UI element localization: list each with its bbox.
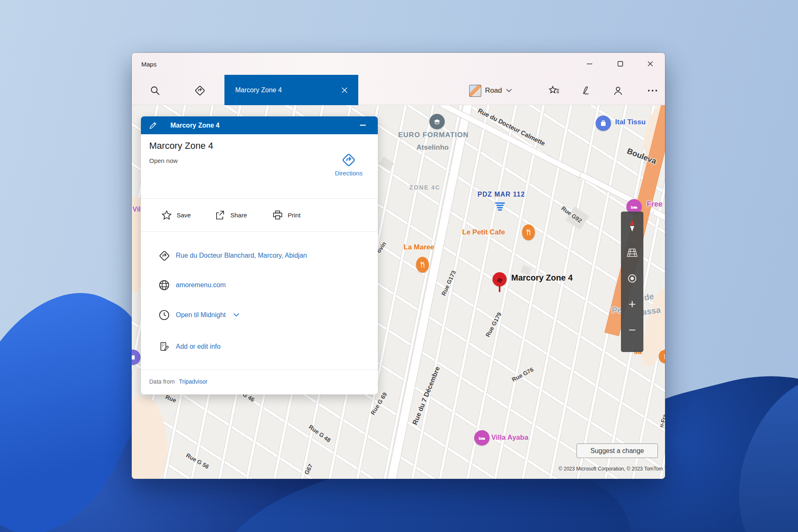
shop-poi-icon[interactable] bbox=[596, 116, 611, 131]
road-rue-du-7-decembre bbox=[387, 105, 473, 479]
map-label-rue-g69: Rue G 69 bbox=[369, 391, 388, 416]
place-details-panel: Marcory Zone 4 Marcory Zone 4 Open now D… bbox=[141, 116, 378, 394]
minimize-button[interactable] bbox=[580, 56, 599, 71]
data-from-label: Data from bbox=[149, 378, 175, 385]
tab-close-icon[interactable] bbox=[336, 75, 353, 105]
wallpaper-bloom-petal bbox=[717, 360, 798, 532]
website-row[interactable]: amoremenu.com bbox=[141, 275, 378, 296]
print-icon bbox=[273, 210, 283, 220]
pin-speckle bbox=[498, 278, 500, 280]
map-label-villa-ayaba: Villa Ayaba bbox=[491, 433, 528, 442]
map-controls-panel: + − bbox=[621, 212, 643, 352]
map-copyright: © 2023 Microsoft Corporation, © 2023 Tom… bbox=[559, 466, 663, 472]
print-label: Print bbox=[288, 212, 300, 219]
hours-row[interactable]: Open til Midnight bbox=[141, 305, 378, 325]
favorites-icon[interactable] bbox=[545, 81, 563, 100]
map-label-franklin: n-Fra bbox=[658, 414, 665, 428]
map-label-rue-g56: Rue G 56 bbox=[185, 452, 210, 470]
map-label-area-de: de bbox=[643, 291, 655, 303]
map-label-free: Free bbox=[647, 200, 663, 209]
panel-collapse-icon[interactable] bbox=[355, 116, 371, 134]
map-label-la-maree: La Maree bbox=[404, 243, 434, 251]
maps-window: ↓ ↓ EURO FORMATION Atselinho Rue du Doct… bbox=[132, 53, 665, 479]
panel-header-title: Marcory Zone 4 bbox=[170, 122, 219, 129]
map-label-rue-g179: Rue G179 bbox=[484, 311, 502, 338]
save-label: Save bbox=[177, 212, 191, 219]
zoom-in-button[interactable]: + bbox=[621, 291, 643, 317]
poi-icon-clipped[interactable] bbox=[132, 350, 140, 365]
add-edit-row[interactable]: Add or edit info bbox=[141, 336, 378, 357]
chevron-down-icon bbox=[506, 89, 512, 93]
pin-stem bbox=[499, 286, 500, 292]
share-icon bbox=[215, 210, 225, 220]
save-button[interactable]: Save bbox=[162, 210, 191, 220]
school-poi-icon[interactable] bbox=[429, 114, 445, 129]
restaurant-poi-icon[interactable] bbox=[522, 224, 535, 240]
hours-chevron-down-icon[interactable] bbox=[233, 313, 239, 317]
map-label-rue-g76: Rue G76 bbox=[511, 366, 535, 383]
directions-icon[interactable] bbox=[191, 81, 209, 100]
search-icon[interactable] bbox=[146, 81, 164, 100]
map-style-label: Road bbox=[485, 86, 502, 95]
place-open-status: Open now bbox=[149, 157, 177, 164]
panel-header[interactable]: Marcory Zone 4 bbox=[141, 116, 378, 134]
maximize-button[interactable] bbox=[611, 56, 630, 71]
hours-link[interactable]: Open til Midnight bbox=[176, 311, 226, 319]
tab-marcory-zone-4[interactable]: Marcory Zone 4 bbox=[224, 75, 358, 105]
directions-button[interactable]: Directions bbox=[330, 153, 367, 183]
website-link[interactable]: amoremenu.com bbox=[176, 281, 226, 289]
share-button[interactable]: Share bbox=[215, 210, 247, 220]
map-label-pdz-mar-112: PDZ MAR 112 bbox=[478, 191, 525, 198]
globe-icon bbox=[158, 280, 170, 291]
ellipsis-dots bbox=[648, 90, 650, 91]
map-pin-label: Marcory Zone 4 bbox=[511, 273, 573, 283]
map-label-area-pe: Pe bbox=[612, 305, 622, 315]
address-diamond-icon bbox=[158, 250, 170, 261]
divider bbox=[141, 232, 378, 232]
close-button[interactable] bbox=[640, 56, 660, 71]
compass-button[interactable] bbox=[621, 212, 643, 240]
action-row: Save Share Print bbox=[141, 199, 378, 232]
add-edit-link[interactable]: Add or edit info bbox=[176, 343, 221, 350]
tripadvisor-link[interactable]: Tripadvisor bbox=[179, 378, 207, 385]
locate-me-button[interactable] bbox=[621, 266, 643, 291]
map-label-atselinho: Atselinho bbox=[416, 143, 448, 152]
title-and-toolbar: Maps Marcory Zone 4 Road bbox=[132, 53, 665, 105]
map-label-le-petit-cafe: Le Petit Cafe bbox=[462, 228, 505, 236]
map-label-vil: Vil bbox=[133, 206, 140, 213]
map-label-rue-g173: Rue G173 bbox=[440, 269, 457, 297]
map-style-selector[interactable]: Road bbox=[469, 81, 512, 100]
directions-diamond-icon bbox=[342, 153, 356, 167]
directions-label: Directions bbox=[335, 170, 363, 177]
map-label-rue-g48: Rue G 48 bbox=[308, 424, 332, 444]
hotel-poi-icon[interactable] bbox=[474, 430, 490, 446]
edit-pencil-icon[interactable] bbox=[149, 122, 157, 129]
map-building bbox=[379, 157, 394, 171]
clock-icon bbox=[158, 310, 170, 320]
panel-footer: Data fromTripadvisor bbox=[149, 378, 207, 385]
print-button[interactable]: Print bbox=[273, 210, 300, 220]
ink-pen-icon[interactable] bbox=[577, 81, 596, 100]
divider bbox=[141, 369, 378, 370]
address-link[interactable]: Rue du Docteur Blanchard, Marcory, Abidj… bbox=[176, 252, 307, 259]
window-title: Maps bbox=[141, 61, 157, 68]
map-label-ital-tissu: Ital Tissu bbox=[615, 118, 645, 126]
suggest-a-change-button[interactable]: Suggest a change bbox=[576, 443, 658, 458]
address-row[interactable]: Rue du Docteur Blanchard, Marcory, Abidj… bbox=[141, 245, 378, 266]
restaurant-poi-icon[interactable] bbox=[416, 257, 429, 273]
map-label-g67: G67 bbox=[303, 463, 314, 476]
tilt-3d-grid-button[interactable] bbox=[621, 240, 643, 266]
tab-label: Marcory Zone 4 bbox=[235, 86, 282, 94]
map-label-rue-fragment: Rue bbox=[165, 394, 177, 404]
map-pin-marcory-zone-4[interactable] bbox=[493, 272, 507, 293]
account-icon[interactable] bbox=[609, 81, 627, 100]
star-icon bbox=[162, 210, 172, 220]
building-edit-icon bbox=[158, 341, 170, 352]
zoom-out-button[interactable]: − bbox=[621, 317, 643, 343]
map-zone-beach bbox=[132, 396, 167, 479]
map-style-thumbnail-icon bbox=[469, 85, 481, 97]
place-name: Marcory Zone 4 bbox=[149, 140, 213, 151]
share-label: Share bbox=[230, 212, 247, 219]
map-label-euro-formation: EURO FORMATION bbox=[398, 131, 469, 139]
more-options-icon[interactable] bbox=[640, 81, 658, 100]
